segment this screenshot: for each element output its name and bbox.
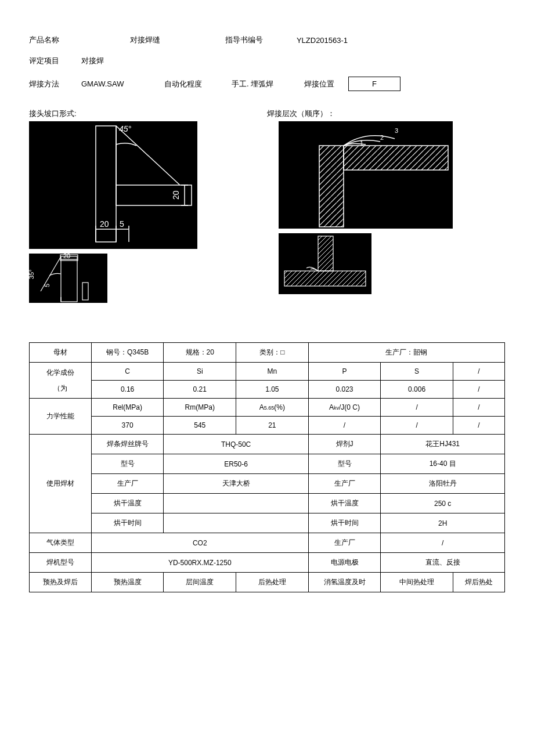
row-chem-values: 0.16 0.21 1.05 0.023 0.006 / — [30, 381, 505, 399]
svg-rect-24 — [318, 236, 333, 271]
cell-C-v: 0.16 — [91, 381, 164, 399]
cell-Rel-v: 370 — [91, 417, 164, 435]
automation-label: 自动化程度 — [151, 79, 215, 89]
row-dry-time: 烘干时间 烘干时间 2H — [30, 513, 505, 533]
cell-Si: Si — [164, 363, 236, 381]
header-row-2: 评定项目 对接焊 — [29, 56, 505, 66]
row-producer: 生产厂 天津大桥 生产厂 洛阳牡丹 — [30, 474, 505, 494]
row-chem-header: 化学成份 （为 C Si Mn P S / — [30, 363, 505, 381]
cell-wire-dry-time — [164, 513, 308, 533]
cell-flux-producer: 洛阳牡丹 — [381, 474, 505, 494]
pass-3: 3 — [395, 127, 398, 134]
guide-no: YLZD201563-1 — [279, 36, 366, 45]
cell-post-heat: 后热处理 — [236, 573, 309, 592]
row-wire-brand: 使用焊材 焊条焊丝牌号 THQ-50C 焊剂J 花王HJ431 — [30, 435, 505, 454]
cell-S-v: 0.006 — [381, 381, 453, 399]
product-name: 对接焊缝 — [81, 35, 209, 45]
cell-wire-dry-temp — [164, 494, 308, 513]
cell-Akv-v: / — [308, 417, 381, 435]
cell-chem-label: 化学成份 （为 — [30, 363, 92, 399]
cell-flux-label: 焊剂J — [308, 435, 381, 454]
cell-flux-dry-temp-label: 烘干温度 — [308, 494, 381, 513]
cell-flux-producer-label: 生产厂 — [308, 474, 381, 494]
row-gas: 气体类型 CO2 生产厂 / — [30, 533, 505, 553]
cell-Rm: Rm(MPa) — [164, 399, 236, 417]
cell-steel-grade: 钢号：Q345B — [91, 343, 164, 363]
cell-Mn-v: 1.05 — [236, 381, 309, 399]
product-name-label: 产品名称 — [29, 35, 81, 45]
row-mech-header: 力学性能 Rel(MPa) Rm(MPa) A5.65(%) Akv/J(0 C… — [30, 399, 505, 417]
row-dry-temp: 烘干温度 烘干温度 250 c — [30, 494, 505, 513]
cell-gas-producer-label: 生产厂 — [308, 533, 381, 553]
cell-Akv: Akv/J(0 C) — [308, 399, 381, 417]
layer-diagram-column: 3 2 1 — [279, 121, 505, 308]
cell-Rm-v: 545 — [164, 417, 236, 435]
automation: 手工. 埋弧焊 — [215, 79, 290, 89]
header-row-1: 产品名称 对接焊缝 指导书编号 YLZD201563-1 — [29, 35, 505, 45]
weld-position: F — [348, 77, 400, 91]
cell-flux-model-label: 型号 — [308, 454, 381, 474]
cell-electrode: 直流、反接 — [381, 553, 505, 573]
cell-slash6: / — [453, 417, 504, 435]
row-model: 型号 ER50-6 型号 16-40 目 — [30, 454, 505, 474]
cell-flux-brand: 花王HJ431 — [381, 435, 505, 454]
groove-diagram-small: 35° 20 5 — [29, 254, 107, 303]
cell-flux-dry-time: 2H — [381, 513, 505, 533]
cell-wire-brand: THQ-50C — [164, 435, 308, 454]
weld-method-label: 焊接方法 — [29, 79, 81, 89]
cell-wire-producer: 天津大桥 — [164, 474, 308, 494]
cell-wire-brand-label: 焊条焊丝牌号 — [91, 435, 164, 454]
cell-mech-label: 力学性能 — [30, 399, 92, 435]
cell-Rel: Rel(MPa) — [91, 399, 164, 417]
cell-slash5: / — [381, 417, 453, 435]
small-dim-5: 5 — [44, 284, 50, 287]
cell-interpass-temp: 层间温度 — [164, 573, 236, 592]
cell-slash2: / — [453, 381, 504, 399]
cell-dehydro: 消氢温度及时 — [308, 573, 381, 592]
spec-table: 母材 钢号：Q345B 规格：20 类别：□ 生产厂：韶钢 化学成份 （为 C … — [29, 342, 505, 592]
groove-title: 接头坡口形式: — [29, 108, 267, 119]
cell-C: C — [91, 363, 164, 381]
cell-Si-v: 0.21 — [164, 381, 236, 399]
weld-method: GMAW.SAW — [81, 79, 151, 88]
pass-2: 2 — [380, 134, 384, 141]
svg-rect-25 — [284, 271, 366, 286]
cell-electrode-label: 电源电极 — [308, 553, 381, 573]
cell-spec: 规格：20 — [164, 343, 236, 363]
angle-35-label: 35° — [29, 269, 35, 279]
cell-wire-model: ER50-6 — [164, 454, 308, 474]
cell-A-v: 21 — [236, 417, 309, 435]
cell-mid-heat: 中间热处理 — [381, 573, 453, 592]
header-row-3: 焊接方法 GMAW.SAW 自动化程度 手工. 埋弧焊 焊接位置 F — [29, 77, 505, 91]
dim-20-horizontal: 20 — [100, 219, 109, 229]
weld-position-label: 焊接位置 — [290, 79, 348, 89]
svg-line-3 — [116, 126, 180, 185]
layer-diagram-corner: 3 2 1 — [279, 121, 453, 229]
row-mech-values: 370 545 21 / / / — [30, 417, 505, 435]
cell-gas-label: 气体类型 — [30, 533, 92, 553]
cell-slash3: / — [381, 399, 453, 417]
dim-20-vertical: 20 — [171, 190, 181, 200]
cell-base-metal-label: 母材 — [30, 343, 92, 363]
cell-flux-model: 16-40 目 — [381, 454, 505, 474]
cell-flux-dry-temp: 250 c — [381, 494, 505, 513]
svg-rect-14 — [61, 256, 77, 302]
groove-diagram-column: 45° 20 20 5 — [29, 121, 255, 308]
cell-material-label: 使用焊材 — [30, 435, 92, 533]
cell-A: A5.65(%) — [236, 399, 309, 417]
header-block: 产品名称 对接焊缝 指导书编号 YLZD201563-1 评定项目 对接焊 焊接… — [29, 35, 505, 91]
cell-pwht: 焊后热处 — [453, 573, 504, 592]
row-base-metal: 母材 钢号：Q345B 规格：20 类别：□ 生产厂：韶钢 — [30, 343, 505, 363]
cell-wire-model-label: 型号 — [91, 454, 164, 474]
angle-45-label: 45° — [119, 124, 132, 133]
row-postheat: 预热及焊后 预热温度 层间温度 后热处理 消氢温度及时 中间热处理 焊后热处 — [30, 573, 505, 592]
eval-item: 对接焊 — [81, 56, 104, 66]
cell-S: S — [381, 363, 453, 381]
cell-Mn: Mn — [236, 363, 309, 381]
diagrams-row: 45° 20 20 5 — [29, 121, 505, 308]
pass-1: 1 — [360, 140, 363, 147]
diagram-section-titles: 接头坡口形式: 焊接层次（顺序）： — [29, 108, 505, 119]
cell-machine: YD-500RX.MZ-1250 — [91, 553, 308, 573]
cell-P: P — [308, 363, 381, 381]
groove-diagram-large: 45° 20 20 5 — [29, 121, 197, 249]
